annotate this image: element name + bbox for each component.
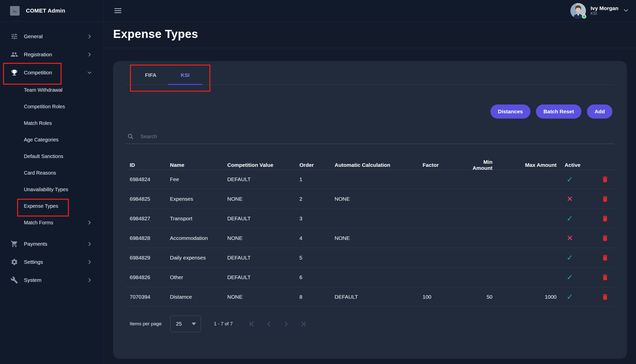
delete-icon[interactable] — [601, 176, 609, 183]
cell-competition-value: DEFAULT — [223, 255, 295, 261]
cell-min-amount: 50 — [461, 294, 496, 300]
cell-factor: 100 — [419, 294, 461, 300]
topbar: Ivy Morgan KSI — [104, 0, 636, 22]
active-status-icon: ✕ — [567, 195, 573, 203]
cell-id: 6984826 — [126, 274, 166, 280]
active-status-icon: ✓ — [567, 293, 573, 301]
federation-tabs: FIFA KSI — [126, 61, 614, 85]
cell-name: Fee — [166, 176, 223, 182]
active-status-icon: ✓ — [567, 175, 573, 184]
sidebar-subitem[interactable]: Match Roles — [0, 115, 103, 131]
sidebar-subitem[interactable]: Team Withdrawal — [0, 82, 103, 98]
delete-icon[interactable] — [601, 215, 609, 222]
gear-icon — [10, 258, 19, 266]
sidebar-subitem[interactable]: Default Sanctions — [0, 148, 103, 165]
next-page-icon[interactable] — [281, 319, 291, 329]
sidebar-subitem[interactable]: Card Reasons — [0, 165, 103, 181]
sidebar-item-general[interactable]: General — [0, 27, 103, 45]
sidebar-subitem[interactable]: Competition Roles — [0, 98, 103, 115]
online-status-dot — [582, 14, 586, 19]
sidebar-subitem[interactable]: Age Categories — [0, 131, 103, 148]
cell-competition-value: NONE — [223, 294, 295, 300]
brand-title: COMET Admin — [26, 8, 65, 14]
sidebar-item-competition[interactable]: Competition — [0, 64, 103, 82]
sidebar-subitem-label: Match Roles — [24, 120, 52, 126]
cell-order: 4 — [295, 235, 331, 241]
sidebar-subitem-label: Card Reasons — [24, 170, 56, 176]
main-content: Expense Types FIFA KSI Distances Batch R… — [104, 22, 636, 364]
items-per-page-select[interactable]: 25 — [170, 316, 201, 332]
column-header: Competition Value — [223, 162, 295, 168]
delete-icon[interactable] — [601, 195, 609, 203]
table-row: 6984825 Expenses NONE 2 NONE ✕ — [126, 189, 614, 209]
cell-id: 6984828 — [126, 235, 166, 241]
add-button[interactable]: Add — [587, 105, 612, 119]
cell-order: 1 — [295, 176, 331, 182]
tab-ksi[interactable]: KSI — [168, 72, 202, 85]
competition-submenu: Team Withdrawal Competition Roles Match … — [0, 82, 103, 231]
cell-name: Other — [166, 274, 223, 280]
search-icon — [127, 133, 134, 140]
title-divider — [104, 48, 636, 48]
user-menu[interactable]: Ivy Morgan KSI — [570, 3, 629, 19]
table-row: 7070394 Distamce NONE 8 DEFAULT 100 50 1… — [126, 287, 614, 307]
sidebar-item-label: Payments — [24, 241, 47, 247]
column-header: Active — [561, 162, 591, 168]
cart-icon — [10, 240, 19, 248]
active-status-icon: ✓ — [567, 253, 573, 262]
distances-button[interactable]: Distances — [490, 105, 530, 119]
table-row: 6984824 Fee DEFAULT 1 ✓ — [126, 170, 614, 189]
sidebar-subitem-label: Age Categories — [24, 137, 59, 143]
previous-page-icon[interactable] — [264, 319, 274, 329]
chevron-right-icon — [87, 241, 92, 247]
cell-name: Expenses — [166, 196, 223, 202]
sidebar-item-payments[interactable]: Payments — [0, 235, 103, 253]
batch-reset-button[interactable]: Batch Reset — [536, 105, 581, 119]
delete-icon[interactable] — [601, 234, 609, 242]
sidebar-nav: General Registration Competition — [0, 22, 103, 289]
cell-id: 6984827 — [126, 216, 166, 222]
select-caret-icon — [192, 323, 196, 325]
cell-name: Distamce — [166, 294, 223, 300]
expense-types-table: ID Name Competition Value Order Automati… — [126, 159, 614, 307]
cell-id: 6984825 — [126, 196, 166, 202]
delete-icon[interactable] — [601, 293, 609, 301]
sidebar-item-system[interactable]: System — [0, 271, 103, 289]
user-organization: KSI — [590, 11, 618, 16]
delete-icon[interactable] — [601, 254, 609, 262]
cell-id: 6984829 — [126, 255, 166, 261]
sidebar-item-settings[interactable]: Settings — [0, 253, 103, 271]
table-row: 6984829 Daily expenses DEFAULT 5 ✓ — [126, 248, 614, 268]
sidebar-subitem[interactable]: Unavailability Types — [0, 181, 103, 198]
items-per-page-label: Items per page — [130, 321, 162, 327]
column-header: Max Amount — [496, 162, 561, 168]
cell-order: 2 — [295, 196, 331, 202]
sidebar-subitem-label: Match Forms — [24, 220, 53, 226]
last-page-icon[interactable] — [298, 319, 308, 329]
sidebar-subitem[interactable]: Match Forms — [0, 214, 103, 231]
hamburger-menu-icon[interactable] — [114, 8, 121, 13]
expense-types-card: FIFA KSI Distances Batch Reset Add ID Na… — [113, 61, 627, 359]
tab-fifa[interactable]: FIFA — [133, 72, 168, 85]
cell-automatic-calculation: NONE — [331, 196, 419, 202]
items-per-page-value: 25 — [176, 321, 182, 327]
table-header-row: ID Name Competition Value Order Automati… — [126, 159, 614, 170]
cell-order: 8 — [295, 294, 331, 300]
logo-image-placeholder-icon — [10, 6, 20, 16]
user-info: Ivy Morgan KSI — [590, 5, 618, 16]
delete-icon[interactable] — [601, 274, 609, 281]
chevron-down-icon — [623, 7, 629, 14]
sidebar-item-registration[interactable]: Registration — [0, 45, 103, 64]
tune-icon — [10, 32, 19, 41]
cell-name: Transport — [166, 216, 223, 222]
user-name: Ivy Morgan — [590, 5, 618, 11]
column-header: ID — [126, 162, 166, 168]
first-page-icon[interactable] — [247, 319, 257, 329]
search-input[interactable] — [140, 133, 614, 139]
column-header: Order — [295, 162, 331, 168]
cell-competition-value: DEFAULT — [223, 274, 295, 280]
sidebar-item-label: Settings — [24, 259, 43, 265]
sidebar-subitem-label: Team Withdrawal — [24, 87, 62, 93]
sidebar-subitem[interactable]: Expense Types — [0, 198, 103, 214]
pager-controls — [247, 319, 308, 329]
